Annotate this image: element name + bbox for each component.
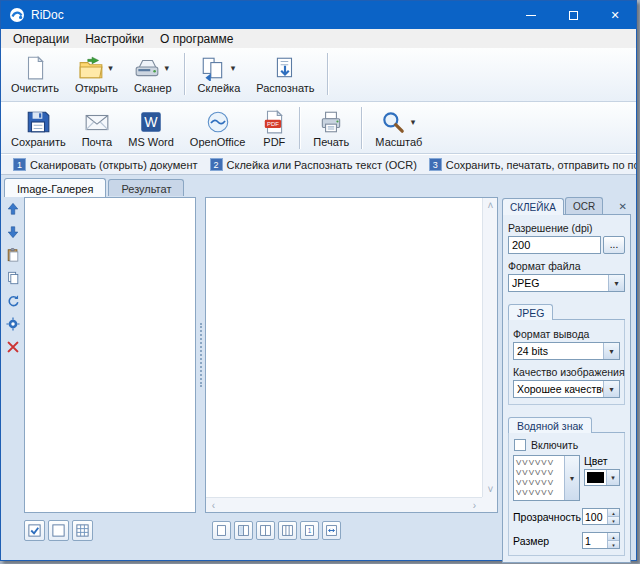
watermark-enable-checkbox[interactable] [514,439,526,451]
hint-step-1: 1 Сканировать (открыть) документ [7,158,204,171]
spin-up-icon[interactable]: ▴ [608,533,619,540]
save-icon [25,109,51,135]
scroll-up-icon[interactable]: ˄ [483,198,498,213]
scanner-button[interactable]: ▾ Сканер [126,50,179,97]
menu-settings[interactable]: Настройки [77,30,152,48]
tab-image-gallery[interactable]: Image-Галерея [4,178,106,197]
menu-about[interactable]: О программе [152,30,241,48]
delete-button[interactable] [4,338,22,356]
deselect-all-button[interactable] [48,520,69,541]
scroll-right-icon[interactable]: › [467,498,482,513]
pdf-button[interactable]: PDF PDF [253,104,295,151]
watermark-enable-row: Включить [514,439,620,451]
layout-three-pages-button[interactable] [278,521,297,540]
watermark-pattern-select[interactable]: VVVVVV VVVVVV VVVVVV VVVVVV ▾ [513,455,580,501]
openoffice-button[interactable]: OpenOffice [182,104,253,151]
color-adjust-button[interactable] [4,315,22,333]
output-format-select[interactable]: 24 bits ▾ [513,342,620,360]
watermark-group-tab[interactable]: Водяной знак [508,417,592,433]
move-down-button[interactable] [4,223,22,241]
recognize-icon [272,55,298,81]
layout-two-pages-alt-button[interactable] [256,521,275,540]
select-all-button[interactable] [24,520,45,541]
scroll-left-icon[interactable]: ‹ [206,498,221,513]
panel-splitter[interactable] [196,197,205,513]
spin-down-icon[interactable]: ▾ [608,540,619,548]
splitter-handle-icon [200,323,202,387]
layout-actual-size-button[interactable]: 1 [300,521,319,540]
menu-operations[interactable]: Операции [5,30,77,48]
print-button[interactable]: Печать [305,104,357,151]
rotate-button[interactable] [4,292,22,310]
deselect-all-icon [51,523,66,538]
transparency-spinner[interactable]: ▴ ▾ [582,508,620,525]
thumbnail-grid-icon [75,523,90,538]
watermark-color-select[interactable]: ▾ [584,469,620,486]
size-spinner[interactable]: ▴ ▾ [582,532,620,549]
minimize-button[interactable] [510,1,552,29]
spin-down-icon[interactable]: ▾ [608,516,619,524]
clear-button[interactable]: Очистить [3,50,67,97]
image-gallery-list[interactable] [24,197,196,513]
paste-button[interactable] [4,246,22,264]
mail-button[interactable]: Почта [74,104,121,151]
merge-dropdown-arrow[interactable]: ▾ [228,63,237,73]
layout-three-pages-icon [281,524,294,537]
copy-page-button[interactable] [4,269,22,287]
app-window: RiDoc ✕ Операции Настройки О программе О… [0,0,637,561]
merge-icon [200,55,226,81]
scroll-down-icon[interactable]: ˅ [483,482,498,497]
open-dropdown-arrow[interactable]: ▾ [106,63,115,73]
resolution-input[interactable] [508,236,601,254]
recognize-button[interactable]: Распознать [248,50,322,97]
preview-area[interactable]: ˄ ˅ ‹ › [205,197,498,513]
save-button[interactable]: Сохранить [3,104,74,151]
merge-button[interactable]: ▾ Склейка [190,50,249,97]
maximize-button[interactable] [552,1,594,29]
file-format-select[interactable]: JPEG ▾ [508,274,625,292]
preview-vertical-scrollbar[interactable]: ˄ ˅ [482,198,497,497]
output-format-value: 24 bits [514,345,603,357]
panel-close-button[interactable]: ✕ [615,199,631,214]
paste-icon [6,248,20,262]
layout-actual-size-icon: 1 [303,524,316,537]
watermark-group-box: Включить VVVVVV VVVVVV VVVVVV VVVVVV ▾ Ц… [508,433,625,556]
chevron-down-icon[interactable]: ▾ [564,456,579,500]
scanner-dropdown-arrow[interactable]: ▾ [162,63,171,73]
layout-single-button[interactable] [212,521,231,540]
tab-ocr[interactable]: OCR [565,197,603,214]
close-button[interactable]: ✕ [594,1,636,29]
preview-horizontal-scrollbar[interactable]: ‹ › [206,497,482,512]
jpeg-group-header: JPEG [508,304,625,320]
transparency-input[interactable] [583,509,607,524]
output-format-label: Формат вывода [513,328,620,340]
jpeg-group-tab[interactable]: JPEG [508,304,553,320]
size-input[interactable] [583,533,607,548]
msword-button[interactable]: W MS Word [120,104,182,151]
layout-fit-width-button[interactable] [322,521,341,540]
chevron-down-icon[interactable]: ▾ [603,381,619,397]
thumbnail-view-button[interactable] [72,520,93,541]
chevron-down-icon[interactable]: ▾ [603,343,619,359]
chevron-down-icon[interactable]: ▾ [608,275,624,291]
menu-bar: Операции Настройки О программе [1,29,636,48]
size-label: Размер [513,535,549,547]
tab-result[interactable]: Результат [108,179,184,196]
open-button[interactable]: ▾ Открыть [67,50,126,97]
quality-select[interactable]: Хорошее качество ▾ [513,380,620,398]
tab-skleyka[interactable]: СКЛЕЙКА [502,198,564,215]
svg-text:W: W [144,114,158,130]
move-up-button[interactable] [4,200,22,218]
zoom-dropdown-arrow[interactable]: ▾ [408,117,417,127]
hint-3-badge: 3 [429,158,442,171]
zoom-button[interactable]: ▾ Масштаб [367,104,430,151]
toolbar-separator [299,107,301,149]
group-header-line [553,319,625,320]
panels-row: ˄ ˅ ‹ › [24,197,498,513]
layout-two-pages-button[interactable] [234,521,253,540]
chevron-down-icon[interactable]: ▾ [606,470,619,485]
delete-icon [6,340,20,354]
resolution-browse-button[interactable]: ... [603,236,625,254]
main-area: ˄ ˅ ‹ › [1,196,636,560]
spin-up-icon[interactable]: ▴ [608,509,619,516]
